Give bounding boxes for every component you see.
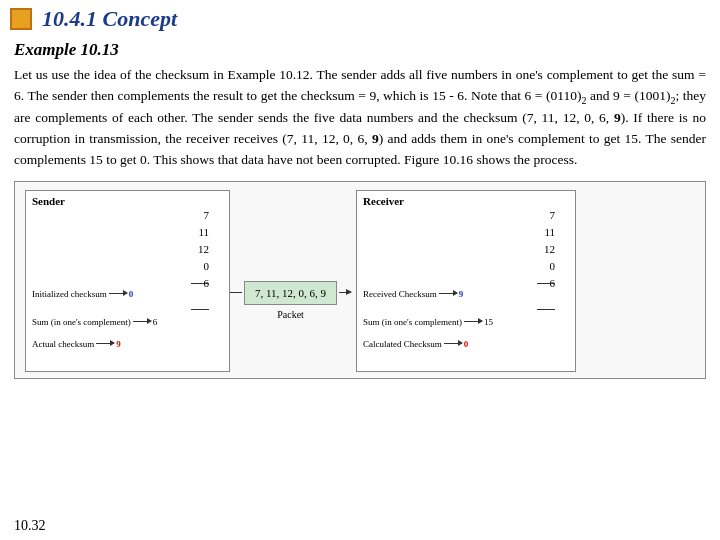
sender-box: Sender 7 11 12 0 6 Initialized checksum (25, 190, 230, 372)
actual-checksum-label: Actual checksum (32, 339, 94, 349)
content-area: Example 10.13 Let us use the idea of the… (0, 36, 720, 383)
example-title: Example 10.13 (14, 40, 706, 60)
actual-checksum-row: Actual checksum 9 (32, 339, 121, 349)
recv-num-0: 0 (544, 258, 555, 275)
receiver-sum-value: 15 (484, 317, 493, 327)
calculated-checksum-value: 0 (464, 339, 469, 349)
recv-num-7: 7 (544, 207, 555, 224)
example-text: Let us use the idea of the checksum in E… (14, 65, 706, 171)
arrow-actual (96, 343, 114, 344)
diagram-flex: Sender 7 11 12 0 6 Initialized checksum (25, 190, 695, 375)
receiver-box: Receiver 7 11 12 0 6 Received Checksum (356, 190, 576, 372)
arrow-right-seg (339, 292, 351, 293)
sender-sum-value: 6 (153, 317, 158, 327)
calculated-checksum-row: Calculated Checksum 0 (363, 339, 468, 349)
arrow-recv-cs (439, 293, 457, 294)
underline-sender2 (191, 309, 209, 310)
sender-title: Sender (32, 195, 223, 207)
packet-label: Packet (277, 309, 304, 320)
arrow-calc (444, 343, 462, 344)
header-accent-box (10, 8, 32, 30)
page-container: 10.4.1 Concept Example 10.13 Let us use … (0, 0, 720, 540)
underline-recv (537, 283, 555, 284)
underline-sender (191, 283, 209, 284)
packet-content: 7, 11, 12, 0, 6, 9 (255, 287, 326, 299)
recv-num-11: 11 (544, 224, 555, 241)
calculated-checksum-label: Calculated Checksum (363, 339, 442, 349)
received-checksum-label: Received Checksum (363, 289, 437, 299)
receiver-sum-label: Sum (in one's complement) (363, 317, 462, 327)
mid-arrows: 7, 11, 12, 0, 6, 9 Packet (230, 281, 351, 320)
underline-recv2 (537, 309, 555, 310)
diagram-area: Sender 7 11 12 0 6 Initialized checksum (14, 181, 706, 379)
packet-arrow-row: 7, 11, 12, 0, 6, 9 (230, 281, 351, 305)
arrow-recv-sum (464, 321, 482, 322)
arrow-sum (133, 321, 151, 322)
sender-sum-label: Sum (in one's complement) (32, 317, 131, 327)
arrow-left-seg (230, 292, 242, 293)
page-title: 10.4.1 Concept (42, 6, 177, 32)
sender-num-0: 0 (198, 258, 209, 275)
header-bar: 10.4.1 Concept (0, 0, 720, 36)
page-number: 10.32 (14, 518, 46, 534)
packet-box: 7, 11, 12, 0, 6, 9 (244, 281, 337, 305)
sender-num-12: 12 (198, 241, 209, 258)
initialized-checksum-row: Initialized checksum 0 (32, 289, 133, 299)
received-checksum-value: 9 (459, 289, 464, 299)
sender-sum-row: Sum (in one's complement) 6 (32, 317, 157, 327)
mid-section: 7, 11, 12, 0, 6, 9 Packet (230, 190, 351, 375)
recv-num-12: 12 (544, 241, 555, 258)
initialized-checksum-label: Initialized checksum (32, 289, 107, 299)
receiver-sum-row: Sum (in one's complement) 15 (363, 317, 493, 327)
received-checksum-row: Received Checksum 9 (363, 289, 463, 299)
arrow-init (109, 293, 127, 294)
sender-num-7: 7 (198, 207, 209, 224)
actual-checksum-value: 9 (116, 339, 121, 349)
sender-num-11: 11 (198, 224, 209, 241)
initialized-checksum-value: 0 (129, 289, 134, 299)
receiver-title: Receiver (363, 195, 569, 207)
